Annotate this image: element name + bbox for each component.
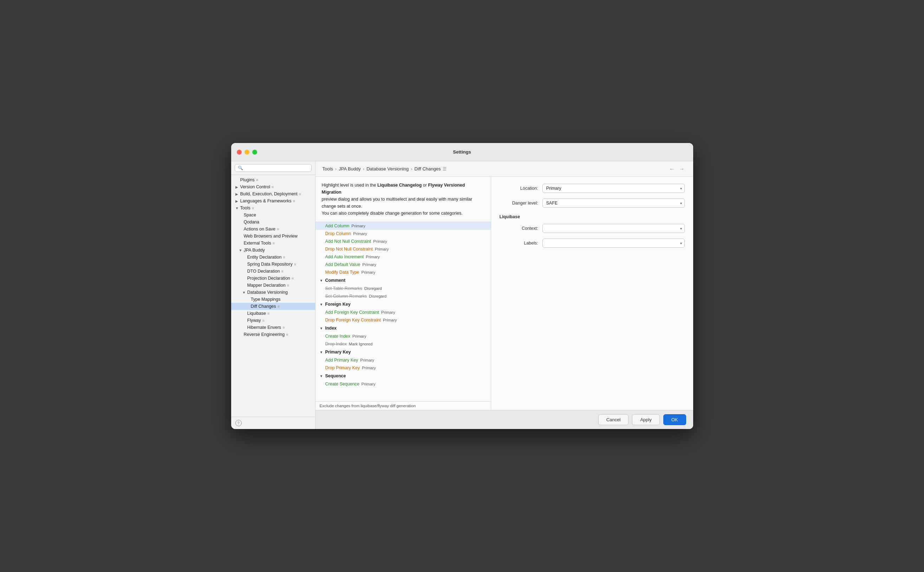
maximize-button[interactable] <box>252 150 257 155</box>
sidebar-item-mapper-declaration[interactable]: Mapper Declaration≡ <box>231 282 315 289</box>
sidebar-label-actions-on-save: Actions on Save <box>244 227 275 232</box>
group-label-Comment: Comment <box>325 278 345 283</box>
breadcrumb-tools[interactable]: Tools <box>323 166 333 171</box>
change-item-drop-primary-key[interactable]: Drop Primary KeyPrimary <box>315 364 491 372</box>
breadcrumb-jpa-buddy[interactable]: JPA Buddy <box>339 166 361 171</box>
change-item-create-sequence[interactable]: Create SequencePrimary <box>315 380 491 388</box>
change-badge-drop-not-null: Primary <box>375 247 389 251</box>
change-item-add-primary-key[interactable]: Add Primary KeyPrimary <box>315 356 491 364</box>
change-item-set-table-remarks[interactable]: Set Table RemarksDisregard <box>315 284 491 292</box>
sidebar-item-reverse-engineering[interactable]: Reverse Engineering≡ <box>231 331 315 338</box>
help-icon[interactable]: ? <box>235 420 242 426</box>
change-label-add-column: Add Column <box>325 224 349 228</box>
change-badge-add-foreign-key: Primary <box>381 310 395 314</box>
sidebar-item-entity-declaration[interactable]: Entity Declaration≡ <box>231 254 315 261</box>
search-input-wrap[interactable]: 🔍 <box>235 164 312 172</box>
minimize-button[interactable] <box>245 150 250 155</box>
sidebar-label-jpa-buddy: JPA Buddy <box>244 248 265 253</box>
sidebar-item-spring-data-repository[interactable]: Spring Data Repository≡ <box>231 261 315 268</box>
group-arrow-Comment: ▼ <box>320 278 323 283</box>
sidebar-item-jpa-buddy[interactable]: ▼ JPA Buddy <box>231 247 315 254</box>
location-select[interactable]: PrimarySecondaryDisregardMark Ignored <box>542 184 685 193</box>
sidebar-item-hibernate-envers[interactable]: Hibernate Envers≡ <box>231 324 315 331</box>
nav-back-button[interactable]: ← <box>668 165 676 173</box>
ok-button[interactable]: OK <box>663 414 686 425</box>
sidebar-item-space[interactable]: Space <box>231 211 315 219</box>
sidebar-settings-icon-liquibase: ≡ <box>267 311 272 316</box>
sidebar-item-languages-frameworks[interactable]: ▶ Languages & Frameworks≡ <box>231 197 315 205</box>
apply-button[interactable]: Apply <box>632 414 660 425</box>
sidebar-item-build-execution[interactable]: ▶ Build, Execution, Deployment≡ <box>231 190 315 197</box>
change-item-add-foreign-key[interactable]: Add Foreign Key ConstraintPrimary <box>315 308 491 316</box>
context-dropdown-icon[interactable]: ▾ <box>680 227 682 230</box>
sidebar-item-projection-declaration[interactable]: Projection Declaration≡ <box>231 275 315 282</box>
change-label-add-auto-increment: Add Auto Increment <box>325 254 364 259</box>
change-item-add-not-null[interactable]: Add Not Null ConstraintPrimary <box>315 238 491 245</box>
sidebar-settings-icon-spring-data-repository: ≡ <box>294 262 299 266</box>
change-item-drop-column[interactable]: Drop ColumnPrimary <box>315 230 491 238</box>
sidebar-item-type-mappings[interactable]: Type Mappings <box>231 296 315 303</box>
context-row: Context: ▾ <box>500 224 685 233</box>
change-item-add-default-value[interactable]: Add Default ValuePrimary <box>315 261 491 269</box>
change-group-sequence[interactable]: ▼Sequence <box>315 372 491 380</box>
sidebar-item-version-control[interactable]: ▶ Version Control≡ <box>231 183 315 190</box>
sidebar-item-qodana[interactable]: Qodana <box>231 219 315 225</box>
sidebar-settings-icon-actions-on-save: ≡ <box>277 227 282 231</box>
change-label-set-column-remarks: Set Column Remarks <box>325 294 367 298</box>
sidebar-label-hibernate-envers: Hibernate Envers <box>247 325 281 330</box>
search-input[interactable] <box>245 165 309 170</box>
sidebar-settings-icon-plugins: ≡ <box>256 178 261 182</box>
change-group-primary-key[interactable]: ▼Primary Key <box>315 348 491 356</box>
sidebar-item-tools[interactable]: ▼ Tools≡ <box>231 205 315 211</box>
change-badge-drop-foreign-key: Primary <box>383 318 397 322</box>
labels-dropdown-icon[interactable]: ▾ <box>680 241 682 245</box>
change-item-add-column[interactable]: Add ColumnPrimary <box>315 222 491 230</box>
cancel-button[interactable]: Cancel <box>598 414 629 425</box>
sidebar-item-plugins[interactable]: Plugins≡ <box>231 176 315 183</box>
breadcrumb-diff-changes[interactable]: Diff Changes <box>415 166 441 171</box>
change-group-index[interactable]: ▼Index <box>315 324 491 333</box>
sidebar-item-liquibase[interactable]: Liquibase≡ <box>231 310 315 317</box>
change-item-create-index[interactable]: Create IndexPrimary <box>315 333 491 340</box>
list-panel: Highlight level is used in the Liquibase… <box>315 177 491 410</box>
sidebar-label-plugins: Plugins <box>240 177 255 182</box>
sidebar-item-dto-declaration[interactable]: DTO Declaration≡ <box>231 268 315 275</box>
change-item-drop-not-null[interactable]: Drop Not Null ConstraintPrimary <box>315 245 491 253</box>
sidebar-settings-icon-hibernate-envers: ≡ <box>283 325 287 330</box>
sidebar-item-actions-on-save[interactable]: Actions on Save≡ <box>231 225 315 233</box>
change-badge-add-default-value: Primary <box>362 263 376 267</box>
change-badge-add-column: Primary <box>351 224 365 228</box>
context-input[interactable] <box>542 224 685 233</box>
change-item-drop-foreign-key[interactable]: Drop Foreign Key ConstraintPrimary <box>315 316 491 324</box>
sidebar-arrow-jpa-buddy: ▼ <box>239 249 243 252</box>
description-text: Highlight level is used in the Liquibase… <box>322 183 472 216</box>
close-button[interactable] <box>237 150 242 155</box>
sidebar-item-flyway[interactable]: Flyway≡ <box>231 317 315 324</box>
sidebar-arrow-database-versioning: ▼ <box>242 291 247 294</box>
sidebar-settings-icon-build-execution: ≡ <box>299 192 304 196</box>
sidebar-settings-icon-entity-declaration: ≡ <box>283 255 288 259</box>
change-item-add-auto-increment[interactable]: Add Auto IncrementPrimary <box>315 253 491 261</box>
nav-forward-button[interactable]: → <box>678 165 686 173</box>
sidebar-label-reverse-engineering: Reverse Engineering <box>244 332 285 337</box>
breadcrumb-database-versioning[interactable]: Database Versioning <box>366 166 408 171</box>
sidebar-item-diff-changes[interactable]: Diff Changes≡ <box>231 303 315 310</box>
change-group-comment[interactable]: ▼Comment <box>315 276 491 284</box>
sidebar-item-external-tools[interactable]: External Tools≡ <box>231 239 315 247</box>
change-item-set-column-remarks[interactable]: Set Column RemarksDisregard <box>315 292 491 300</box>
change-label-create-sequence: Create Sequence <box>325 382 359 387</box>
group-arrow-Primary Key: ▼ <box>320 350 323 354</box>
change-item-drop-index[interactable]: Drop IndexMark Ignored <box>315 340 491 348</box>
sidebar-arrow-tools: ▼ <box>235 206 240 210</box>
change-item-modify-data-type[interactable]: Modify Data TypePrimary <box>315 269 491 276</box>
labels-input-wrapper: ▾ <box>542 239 685 248</box>
change-label-set-table-remarks: Set Table Remarks <box>325 286 362 291</box>
breadcrumb-menu-icon[interactable]: ☰ <box>443 166 447 171</box>
window-title: Settings <box>453 149 471 155</box>
danger-select[interactable]: SAFEWARNINGDANGER <box>542 199 685 208</box>
search-bar: 🔍 <box>231 161 315 175</box>
labels-input[interactable] <box>542 239 685 248</box>
sidebar-item-database-versioning[interactable]: ▼ Database Versioning <box>231 289 315 296</box>
sidebar-item-web-browsers[interactable]: Web Browsers and Preview <box>231 233 315 239</box>
change-group-foreign-key[interactable]: ▼Foreign Key <box>315 300 491 308</box>
